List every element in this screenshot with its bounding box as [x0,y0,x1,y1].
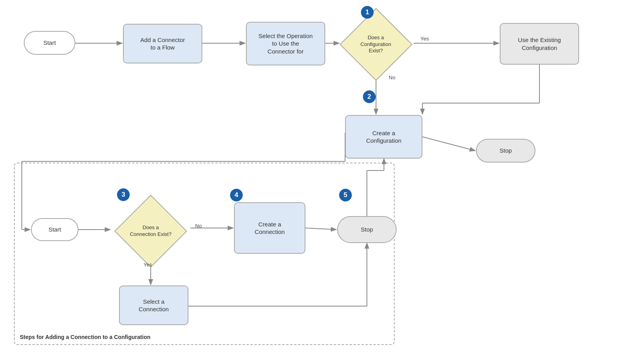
svg-line-8 [422,137,475,151]
badge-4: 4 [230,189,243,201]
badge-2: 2 [363,90,376,103]
yes2-label: Yes [144,262,152,268]
start2-node: Start [31,218,79,241]
create-conn-node: Create a Connection [234,202,305,254]
stop-top-node: Stop [476,139,535,163]
badge-5: 5 [339,189,352,201]
conn-exist-diamond: Does a Connection Exist? [111,202,190,260]
dashed-box [14,163,395,345]
stop-bottom-node: Stop [337,216,397,243]
select-op-node: Select the Operation to Use the Connecto… [246,22,325,65]
add-connector-node: Add a Connector to a Flow [123,24,202,63]
badge-1: 1 [361,6,374,19]
no2-label: No [195,223,202,229]
flowchart-diagram: Steps for Adding a Connection to a Confi… [0,0,637,364]
config-exist-diamond: Does a Configuration Exist? [339,19,413,70]
create-config-node: Create a Configuration [345,115,422,159]
use-existing-node: Use the Existing Configuration [500,23,579,65]
no1-label: No [389,75,395,80]
yes1-label: Yes [420,36,429,42]
badge-3: 3 [117,188,130,201]
select-conn-node: Select a Connection [119,285,188,325]
dashed-box-label: Steps for Adding a Connection to a Confi… [20,334,150,340]
start1-node: Start [24,31,75,55]
